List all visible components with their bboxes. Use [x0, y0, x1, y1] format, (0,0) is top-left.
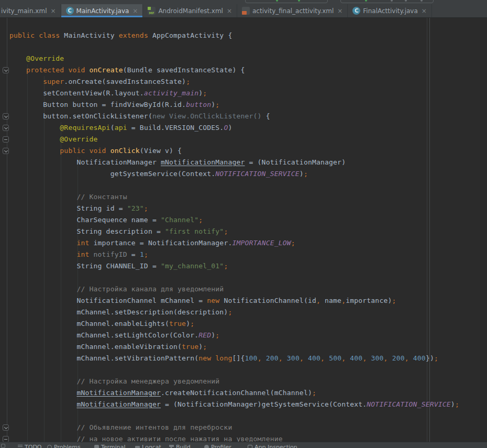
toolwindow-button-profiler[interactable]: Profiler: [204, 444, 231, 448]
code-line: mChannel.enableLights(true);: [9, 318, 487, 330]
toolwindow-label: Build: [176, 444, 191, 448]
code-line: String CHANNEL_ID = "my_channel_01";: [9, 260, 487, 272]
code-line: Button button = findViewById(R.id.button…: [9, 99, 487, 111]
code-line: mChannel.enableVibration(true);: [9, 341, 487, 353]
code-line: setContentView(R.layout.activity_main);: [9, 88, 487, 99]
code-line: @RequiresApi(api = Build.VERSION_CODES.O…: [9, 122, 487, 134]
code-line: // Настройка канала для уведомлений: [9, 283, 487, 295]
code-line: public void onClick(View v) {: [9, 145, 487, 157]
code-line: [9, 41, 487, 53]
toolwindow-label: Profiler: [211, 444, 231, 448]
logcat-icon: [135, 446, 140, 448]
terminal-icon: [94, 445, 99, 448]
tab-ivity-main-xml[interactable]: ivity_main.xml×: [0, 4, 61, 17]
code-editor[interactable]: public class MainActivity extends AppCom…: [0, 18, 487, 442]
code-line: mChannel.setLightColor(Color.RED);: [9, 330, 487, 341]
code-line: int importance = NotificationManager.IMP…: [9, 237, 487, 249]
code-line: protected void onCreate(Bundle savedInst…: [9, 64, 487, 76]
toolwindow-label: Problems: [54, 444, 81, 448]
tab-finalacttivity-java[interactable]: CFinalActtivity.java×: [348, 4, 432, 17]
close-icon[interactable]: ×: [422, 7, 427, 15]
main-toolbar-sliver: [0, 0, 487, 4]
code-line: mChannel.setDescription(description);: [9, 307, 487, 318]
java-class-icon: C: [352, 7, 360, 15]
fold-collapse-icon[interactable]: [3, 136, 9, 143]
code-line: // Константы: [9, 191, 487, 203]
app-inspection-icon: [248, 445, 252, 448]
toolwindow-button-todo[interactable]: TODO: [18, 444, 42, 448]
tab-label: AndroidManifest.xml: [158, 7, 223, 15]
java-class-icon: C: [66, 7, 74, 15]
toolwindow-button-app-inspection[interactable]: App Inspection: [248, 444, 297, 448]
layout-file-icon: [242, 7, 250, 15]
code-line: [9, 410, 487, 422]
manifest-file-icon: MF: [148, 7, 156, 15]
close-icon[interactable]: ×: [132, 7, 138, 15]
device-run-icon[interactable]: [365, 0, 367, 2]
code-line: NotificationChannel mChannel = new Notif…: [9, 295, 487, 307]
fold-chevron-icon[interactable]: [3, 113, 9, 119]
toolwindow-label: Terminal: [101, 444, 126, 448]
fold-chevron-icon[interactable]: [3, 148, 9, 154]
tab-label: ivity_main.xml: [1, 7, 47, 15]
toolbar-action-icon[interactable]: [405, 0, 407, 2]
code-line: String description = "first notify";: [9, 226, 487, 237]
code-line: mChannel.setVibrationPattern(new long[]{…: [9, 353, 487, 364]
run-config-widget[interactable]: [245, 0, 328, 3]
close-icon[interactable]: ×: [227, 7, 232, 15]
toolbar-action-icon[interactable]: [420, 0, 423, 2]
toolwindow-button-terminal[interactable]: Terminal: [94, 444, 126, 448]
tab-activity-final-acttivity-xml[interactable]: activity_final_acttivity.xml×: [237, 4, 348, 17]
toolwindow-label: Logcat: [142, 444, 161, 448]
run-icon[interactable]: [276, 0, 278, 2]
tab-label: MainActivity.java: [76, 7, 129, 15]
toolwindow-label: TODO: [25, 444, 42, 448]
fold-chevron-icon[interactable]: [3, 125, 9, 131]
code-line: public class MainActivity extends AppCom…: [9, 30, 487, 41]
close-icon[interactable]: ×: [337, 7, 342, 15]
close-icon[interactable]: ×: [51, 7, 56, 15]
todo-icon: [18, 445, 23, 448]
code-line: // Обьявление интентов для переброски: [9, 422, 487, 433]
gutter-fold-line: [7, 18, 7, 442]
code-line: @Override: [9, 134, 487, 145]
fold-chevron-icon[interactable]: [3, 424, 9, 431]
toolwindow-button-problems[interactable]: Problems: [47, 444, 81, 448]
debug-icon[interactable]: [298, 0, 300, 2]
code-line: [9, 364, 487, 376]
code-line: getSystemService(Context.NOTIFICATION_SE…: [9, 168, 487, 180]
tab-label: activity_final_acttivity.xml: [252, 7, 334, 15]
tab-mainactivity-java[interactable]: CMainActivity.java×: [61, 4, 143, 17]
device-widget[interactable]: [340, 0, 434, 3]
code-area[interactable]: public class MainActivity extends AppCom…: [9, 30, 487, 442]
code-line: mNotificationManager = (NotificationMana…: [9, 399, 487, 410]
toolbar-action-icon[interactable]: [391, 0, 393, 2]
toolwindow-button-logcat[interactable]: Logcat: [135, 444, 161, 448]
editor-tab-bar: ivity_main.xml×CMainActivity.java×MFAndr…: [0, 4, 487, 18]
code-line: NotificationManager mNotificationManager…: [9, 157, 487, 168]
tab-androidmanifest-xml[interactable]: MFAndroidManifest.xml×: [143, 4, 237, 17]
problems-icon: [47, 445, 52, 448]
tool-window-stripe-icon[interactable]: [1, 444, 5, 448]
code-line: [9, 272, 487, 283]
code-line: // Настройка менеджера уведомлений: [9, 376, 487, 387]
code-line: @Override: [9, 53, 487, 64]
code-line: String id = "23";: [9, 203, 487, 214]
code-line: [9, 180, 487, 191]
fold-collapse-icon[interactable]: [3, 436, 9, 442]
code-line: super.onCreate(savedInstanceState);: [9, 76, 487, 88]
fold-chevron-icon[interactable]: [3, 67, 9, 73]
tool-window-bar: TODOProblemsTerminalLogcatBuildProfilerA…: [0, 442, 487, 448]
tab-label: FinalActtivity.java: [363, 7, 417, 15]
toolwindow-label: App Inspection: [254, 444, 297, 448]
code-line: CharSequence name = "Channel";: [9, 214, 487, 226]
code-line: int notifyID = 1;: [9, 249, 487, 260]
code-line: mNotificationManager.createNotificationC…: [9, 387, 487, 399]
code-line: // на новое активити после нажатия на ув…: [9, 433, 487, 442]
build-icon: [169, 445, 174, 448]
toolwindow-button-build[interactable]: Build: [169, 444, 191, 448]
profiler-icon: [204, 445, 209, 448]
code-line: button.setOnClickListener(new View.OnCli…: [9, 111, 487, 122]
